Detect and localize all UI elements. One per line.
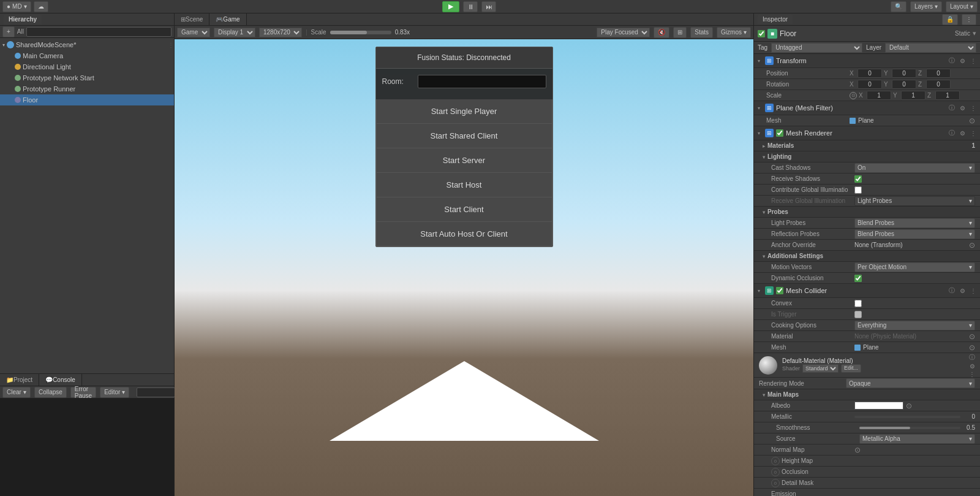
scale-y[interactable] <box>901 91 925 100</box>
lighting-subheader[interactable]: ▾ Lighting <box>754 151 980 162</box>
start-server-btn[interactable]: Start Server <box>376 148 552 173</box>
cast-shadows-row: Cast Shadows On ▾ <box>754 162 980 173</box>
cast-shadows-select[interactable]: On ▾ <box>854 163 975 173</box>
hierarchy-item-main-camera[interactable]: Main Camera <box>0 50 174 61</box>
convex-check[interactable] <box>854 300 862 307</box>
resolution-select[interactable]: 1280x720 <box>259 28 302 37</box>
collapse-btn[interactable]: Collapse <box>34 387 67 398</box>
rendering-mode-select[interactable]: Opaque ▾ <box>846 378 975 388</box>
transform-header[interactable]: ▾ ⊞ Transform ⓘ ⚙ ⋮ <box>754 54 980 67</box>
display-num-select[interactable]: Display 1 <box>214 28 255 37</box>
start-auto-btn[interactable]: Start Auto Host Or Client <box>376 222 552 246</box>
editor-btn[interactable]: Editor ▾ <box>100 387 129 398</box>
error-pause-btn[interactable]: Error Pause <box>70 387 96 398</box>
play-focused-select[interactable]: Play Focused <box>597 28 650 37</box>
cooking-options-select[interactable]: Everything ▾ <box>854 321 975 330</box>
main-maps-subheader[interactable]: ▾ Main Maps <box>754 389 980 400</box>
play-button[interactable]: ▶ <box>442 1 459 12</box>
shader-select[interactable]: Standard <box>802 364 839 373</box>
light-probes-select[interactable]: Blend Probes ▾ <box>854 218 975 228</box>
mesh-collider-header[interactable]: ▾ ⊞ Mesh Collider ⓘ ⚙ ⋮ <box>754 284 980 297</box>
reflection-probes-select[interactable]: Blend Probes ▾ <box>854 229 975 239</box>
probes-subheader[interactable]: ▾ Probes <box>754 206 980 217</box>
mute-btn[interactable]: 🔇 <box>654 27 669 38</box>
project-tab[interactable]: 📁 Project <box>0 374 39 386</box>
hierarchy-item-floor[interactable]: Floor <box>0 94 174 105</box>
start-single-player-btn[interactable]: Start Single Player <box>376 99 552 124</box>
position-z[interactable] <box>926 69 951 78</box>
motion-vectors-select[interactable]: Per Object Motion ▾ <box>854 262 975 272</box>
inspector-lock-btn[interactable]: 🔒 <box>942 14 958 25</box>
rotation-y[interactable] <box>892 80 916 89</box>
metallic-slider[interactable]: 0 <box>854 413 975 420</box>
anchor-override-value: None (Transform) ⊙ <box>854 241 975 250</box>
gizmos-btn[interactable]: Gizmos ▾ <box>717 27 751 38</box>
smoothness-slider[interactable]: 0.5 <box>859 424 975 431</box>
layout-btn[interactable]: Layout ▾ <box>946 1 978 12</box>
materials-subheader[interactable]: ▸ Materials 1 <box>754 140 980 151</box>
hierarchy-item-directional-light[interactable]: Directional Light <box>0 61 174 72</box>
position-y[interactable] <box>892 69 916 78</box>
smoothness-value: 0.5 <box>859 424 975 431</box>
edit-material-btn[interactable]: Edit... <box>841 364 861 373</box>
mesh-pick-icon[interactable]: ⊙ <box>969 116 975 125</box>
dynamic-occlusion-check[interactable] <box>854 275 862 282</box>
scale-link-icon: ⊙ <box>850 92 857 99</box>
scene-view-tab[interactable]: ⊞ Scene <box>175 13 209 25</box>
mesh-renderer-header[interactable]: ▾ ⊞ Mesh Renderer ⓘ ⚙ ⋮ <box>754 126 980 140</box>
mesh-renderer-enabled[interactable] <box>776 129 783 137</box>
receive-gi-select[interactable]: Light Probes ▾ <box>854 196 975 206</box>
account-btn[interactable]: ● MD ▾ <box>2 1 31 12</box>
gizmos-label: Gizmos <box>721 29 742 36</box>
hierarchy-tab[interactable]: Hierarchy <box>4 15 42 24</box>
console-tab[interactable]: 💬 Console <box>39 374 82 386</box>
mesh-renderer-settings: ⚙ <box>960 130 965 137</box>
hierarchy-item-network-start[interactable]: Prototype Network Start <box>0 72 174 83</box>
inspector-menu-btn[interactable]: ⋮ <box>962 14 976 25</box>
vsync-btn[interactable]: ⊞ <box>673 27 687 38</box>
source-select[interactable]: Metallic Alpha ▾ <box>859 434 975 444</box>
collider-mat-pick[interactable]: ⊙ <box>969 332 975 341</box>
layer-select[interactable]: Default <box>885 43 976 53</box>
search-toolbar-btn[interactable]: 🔍 <box>891 1 907 12</box>
clear-btn[interactable]: Clear ▾ <box>2 387 31 398</box>
position-x[interactable] <box>858 69 882 78</box>
display-select[interactable]: Game <box>177 28 210 37</box>
pause-button[interactable]: ⏸ <box>463 1 478 12</box>
receive-shadows-check[interactable] <box>854 175 862 183</box>
hierarchy-add-btn[interactable]: + <box>2 26 15 37</box>
stats-btn[interactable]: Stats <box>690 27 713 38</box>
tag-select[interactable]: Untagged <box>771 43 862 53</box>
additional-settings-subheader[interactable]: ▾ Additional Settings <box>754 250 980 261</box>
rendering-mode-row: Rendering Mode Opaque ▾ <box>754 378 980 389</box>
mesh-filter-header[interactable]: ▾ ⊞ Plane (Mesh Filter) ⓘ ⚙ ⋮ <box>754 101 980 115</box>
scale-x[interactable] <box>867 91 891 100</box>
start-client-btn[interactable]: Start Client <box>376 197 552 222</box>
anchor-pick-icon[interactable]: ⊙ <box>969 241 975 250</box>
rotation-x[interactable] <box>858 80 882 89</box>
hierarchy-item-scene[interactable]: ▾ SharedModeScene* ⋮ <box>0 39 174 50</box>
start-host-btn[interactable]: Start Host <box>376 173 552 197</box>
hierarchy-search-input[interactable] <box>26 27 172 37</box>
mesh-filter-label: Plane (Mesh Filter) <box>776 104 946 112</box>
scale-z[interactable] <box>935 91 960 100</box>
collider-mesh-pick[interactable]: ⊙ <box>969 343 975 352</box>
hierarchy-item-prototype-runner[interactable]: Prototype Runner <box>0 83 174 94</box>
game-view-tab[interactable]: 🎮 Game <box>209 13 246 25</box>
mesh-collider-enabled[interactable] <box>776 287 783 294</box>
rotation-z[interactable] <box>926 80 951 89</box>
room-input[interactable] <box>418 75 546 88</box>
is-trigger-check[interactable] <box>854 311 862 318</box>
scale-bar[interactable] <box>330 31 391 34</box>
albedo-color-swatch[interactable] <box>854 402 903 410</box>
anchor-override-row: Anchor Override None (Transform) ⊙ <box>754 239 980 250</box>
step-button[interactable]: ⏭ <box>481 1 496 12</box>
normal-pick[interactable]: ⊙ <box>854 446 861 454</box>
contribute-gi-check[interactable] <box>854 186 862 194</box>
cloud-btn[interactable]: ☁ <box>34 1 48 12</box>
start-shared-client-btn[interactable]: Start Shared Client <box>376 124 552 148</box>
albedo-pick[interactable]: ⊙ <box>906 402 912 410</box>
obj-active-checkbox[interactable] <box>758 30 765 37</box>
inspector-tab[interactable]: Inspector <box>758 15 793 24</box>
layers-btn[interactable]: Layers ▾ <box>910 1 942 12</box>
